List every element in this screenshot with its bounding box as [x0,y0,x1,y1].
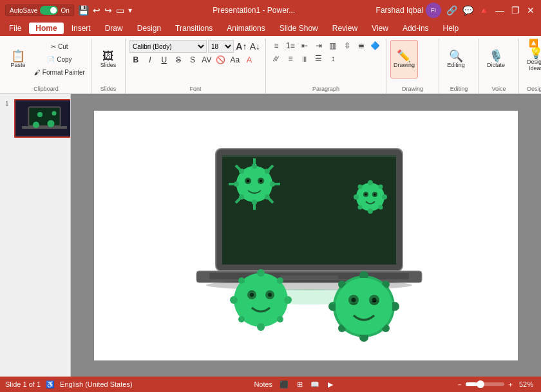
italic-button[interactable]: I [144,54,157,66]
align-center-button[interactable]: ≡ [284,53,297,64]
minimize-button[interactable]: — [495,5,505,15]
cut-button[interactable]: ✂ Cut [32,41,87,52]
text-direction-button[interactable]: ⇳ [341,40,354,51]
menu-transitions[interactable]: Transitions [169,23,219,34]
menu-draw[interactable]: Draw [99,23,129,34]
menu-view[interactable]: View [365,23,395,34]
menu-design[interactable]: Design [131,23,167,34]
columns-button[interactable]: ▥ [327,40,339,51]
zoom-handle[interactable] [477,380,484,388]
normal-view-button[interactable]: ⬛ [278,378,290,390]
font-group-label: Font [129,84,261,92]
save-icon[interactable]: 💾 [78,5,89,15]
dictate-button[interactable]: 🎙️ Dictate [483,40,509,79]
shrink-font-button[interactable]: A↓ [249,41,261,52]
slide-sorter-button[interactable]: ⊞ [293,378,306,390]
comments-icon[interactable]: 💬 [462,5,473,15]
menu-addins[interactable]: Add-ins [396,23,435,34]
zoom-in-button[interactable]: ＋ [507,380,514,389]
justify-button[interactable]: ☰ [312,53,325,64]
clipboard-row: 📋 Paste ✂ Cut 📄 Copy 🖌 Format Painter [5,40,87,79]
share-icon[interactable]: 🔗 [446,5,457,15]
maximize-button[interactable]: ❐ [510,5,520,15]
slide-canvas[interactable] [94,111,518,360]
align-right-button[interactable]: ⫼ [298,53,311,64]
dictate-icon: 🎙️ [489,50,503,62]
svg-point-43 [379,184,383,189]
menu-help[interactable]: Help [437,23,466,34]
ribbon-collapse-button[interactable]: 🔼 [529,39,538,48]
underline-button[interactable]: U [158,54,171,66]
new-slide-button[interactable]: 🖼 Slides [95,40,121,79]
autosave-badge[interactable]: AutoSave On [5,5,74,16]
font-size-select[interactable]: 18 12 24 36 [208,40,234,53]
svg-point-45 [358,184,363,189]
menu-home[interactable]: Home [29,23,63,34]
zoom-out-button[interactable]: － [456,380,463,389]
ribbon-group-paragraph: ≡ 1≡ ⇤ ⇥ ▥ ⇳ ≣ 🔷 ⫻ ≡ ⫼ ☰ ↕ Paragraph [267,39,386,93]
char-spacing-button[interactable]: AV [200,54,213,66]
zoom-slider[interactable] [466,382,504,386]
svg-point-5 [52,111,57,116]
menu-insert[interactable]: Insert [65,23,97,34]
font-name-select[interactable]: Calibri (Body) Arial Times New Roman [129,40,207,53]
language-label[interactable]: English (United States) [60,380,133,388]
svg-point-35 [265,194,270,200]
drawing-icon: ✏️ [397,50,411,62]
menu-animations[interactable]: Animations [220,23,271,34]
zoom-level[interactable]: 52% [517,380,536,389]
bullets-button[interactable]: ≡ [270,40,283,51]
increase-indent-button[interactable]: ⇥ [312,40,325,51]
window-title: Presentation1 - Power... [213,6,295,15]
ribbon-collapse-icon[interactable]: 🔺 [479,5,489,15]
notes-button[interactable]: Notes [251,380,275,389]
bold-button[interactable]: B [129,54,142,66]
paste-button[interactable]: 📋 Paste [5,40,31,79]
copy-button[interactable]: 📄 Copy [32,53,87,65]
reading-view-button[interactable]: 📖 [308,378,321,390]
svg-point-7 [48,120,55,127]
undo-icon[interactable]: ↩ [93,5,100,15]
grow-font-button[interactable]: A↑ [235,41,248,52]
font-row1: Calibri (Body) Arial Times New Roman 18 … [129,40,261,53]
title-bar-right: Farshad Iqbal FI 🔗 💬 🔺 — ❐ ✕ [376,3,536,18]
status-center: Notes ⬛ ⊞ 📖 ▶ [251,378,337,390]
strikethrough-button[interactable]: S [172,54,185,66]
status-left: Slide 1 of 1 ♿ English (United States) [5,380,133,389]
autosave-toggle[interactable] [40,6,58,15]
line-spacing-button[interactable]: ↕ [327,53,339,64]
menu-review[interactable]: Review [326,23,364,34]
smartart-button[interactable]: 🔷 [369,40,382,51]
decrease-indent-button[interactable]: ⇤ [298,40,311,51]
font-color-button[interactable]: A [243,54,256,66]
accessibility-icon[interactable]: ♿ [46,380,55,389]
menu-slideshow[interactable]: Slide Show [273,23,325,34]
present-icon[interactable]: ▭ [116,5,124,15]
format-painter-button[interactable]: 🖌 Format Painter [32,66,87,78]
slides-label: Slides [100,62,117,68]
numbering-button[interactable]: 1≡ [284,40,297,51]
svg-point-4 [37,112,43,117]
shadow-button[interactable]: S [186,54,199,66]
avatar[interactable]: FI [426,3,441,18]
editing-button[interactable]: 🔍 Editing [443,40,469,79]
slideshow-view-button[interactable]: ▶ [324,378,337,390]
clear-format-button[interactable]: 🚫 [214,54,227,66]
slide-thumbnail-1[interactable] [14,99,71,138]
svg-point-34 [265,169,270,174]
menu-file[interactable]: File [3,23,28,34]
svg-point-49 [365,193,367,195]
change-case-button[interactable]: Aa [229,54,242,66]
username: Farshad Iqbal [376,6,423,15]
svg-point-44 [379,205,383,209]
redo-icon[interactable]: ↪ [104,5,112,15]
close-button[interactable]: ✕ [526,5,536,15]
svg-point-41 [368,209,373,214]
align-left-button[interactable]: ⫻ [270,53,283,64]
paste-label: Paste [10,62,25,68]
align-text-button[interactable]: ≣ [355,40,368,51]
para-row1: ≡ 1≡ ⇤ ⇥ ▥ ⇳ ≣ 🔷 [270,40,382,51]
drawing-button[interactable]: ✏️ Drawing [390,40,418,79]
slide-area[interactable] [71,94,541,377]
status-right: － ＋ 52% [456,380,536,389]
